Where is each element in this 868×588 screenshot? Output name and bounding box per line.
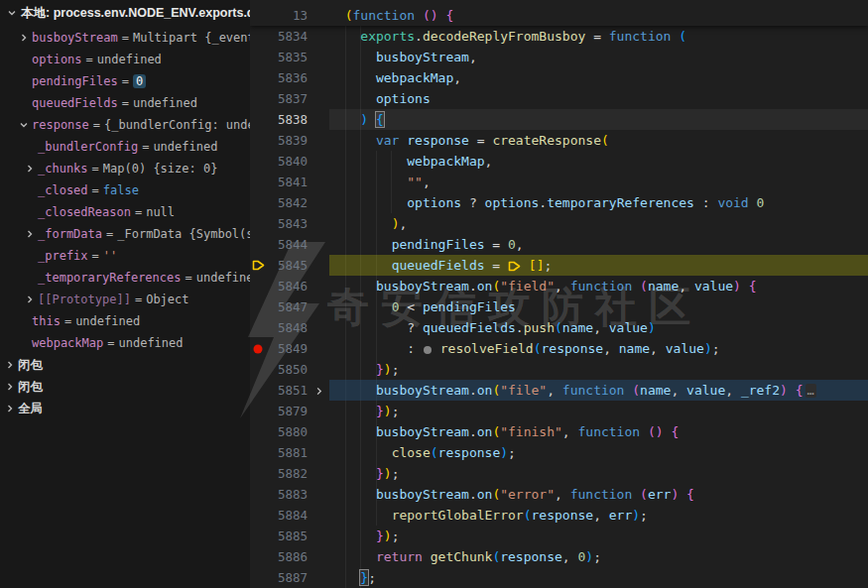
scope-row[interactable]: 闭包 <box>0 354 250 376</box>
breakpoint-margin[interactable] <box>250 567 266 588</box>
code-line[interactable]: 5836 webpackMap, <box>250 67 868 88</box>
breakpoint-margin[interactable] <box>250 359 266 380</box>
breakpoint-margin[interactable] <box>250 234 266 255</box>
code-line[interactable]: 5835 busboyStream, <box>250 47 868 67</box>
chevron-right-icon[interactable] <box>4 381 16 393</box>
breakpoint-margin[interactable] <box>250 421 266 442</box>
code-line-content[interactable]: return getChunk(response, 0); <box>329 546 868 567</box>
code-line-content[interactable]: busboyStream.on("error", function (err) … <box>329 484 868 505</box>
chevron-right-icon[interactable] <box>18 32 30 44</box>
variable-row[interactable]: busboyStream=Multipart {_events… <box>0 27 250 49</box>
variable-row[interactable]: [[Prototype]]=Object <box>0 289 250 310</box>
code-line[interactable]: 5838 ) { <box>250 109 868 130</box>
breakpoint-margin[interactable] <box>250 88 266 109</box>
code-line-content[interactable]: }; <box>329 567 868 588</box>
code-line[interactable]: 5883 busboyStream.on("error", function (… <box>250 484 868 505</box>
code-line[interactable]: 5884 reportGlobalError(response, err); <box>250 505 868 526</box>
code-line-content[interactable]: webpackMap, <box>329 151 868 172</box>
code-line[interactable]: 13 (function () { <box>250 5 868 26</box>
code-line-content[interactable]: reportGlobalError(response, err); <box>329 505 868 526</box>
code-line[interactable]: 5839 var response = createResponse( <box>250 130 868 151</box>
code-line[interactable]: 5834 exports.decodeReplyFromBusboy = fun… <box>250 26 868 47</box>
chevron-right-icon[interactable] <box>24 294 36 305</box>
breakpoint-margin[interactable] <box>250 5 266 26</box>
code-line[interactable]: 5848 ? queuedFields.push(name, value) <box>250 317 868 338</box>
breakpoint-margin[interactable] <box>250 47 266 67</box>
scope-row[interactable]: 全局 <box>0 398 250 419</box>
code-line-content[interactable]: 0 < pendingFiles <box>329 296 868 317</box>
variable-row[interactable]: this=undefined <box>0 310 250 332</box>
code-line[interactable]: 5842 options ? options.temporaryReferenc… <box>250 192 868 213</box>
variable-row[interactable]: pendingFiles=0 <box>0 70 250 92</box>
code-line[interactable]: 5849 : resolveField(response, name, valu… <box>250 338 868 359</box>
breakpoint-margin[interactable] <box>250 192 266 213</box>
code-line[interactable]: 5843 ), <box>250 213 868 234</box>
breakpoint-icon[interactable] <box>250 338 266 359</box>
code-line-content[interactable]: close(response); <box>329 442 868 463</box>
code-line[interactable]: 5837 options <box>250 88 868 109</box>
scope-row[interactable]: 闭包 <box>0 376 250 398</box>
code-line[interactable]: 5879 }); <box>250 401 868 421</box>
breakpoint-margin[interactable] <box>250 109 266 130</box>
breakpoint-margin[interactable] <box>250 317 266 338</box>
variable-row[interactable]: queuedFields=undefined <box>0 92 250 114</box>
code-line-content[interactable]: busboyStream, <box>329 47 868 67</box>
variable-row[interactable]: options=undefined <box>0 49 250 70</box>
code-line-content[interactable]: exports.decodeReplyFromBusboy = function… <box>329 26 868 47</box>
code-line[interactable]: 5881 close(response); <box>250 442 868 463</box>
breakpoint-margin[interactable] <box>250 463 266 484</box>
breakpoint-margin[interactable] <box>250 401 266 421</box>
current-line-arrow-icon[interactable] <box>250 255 266 276</box>
code-line[interactable]: 5880 busboyStream.on("finish", function … <box>250 421 868 442</box>
code-line[interactable]: 5886 return getChunk(response, 0); <box>250 546 868 567</box>
variable-row[interactable]: _bundlerConfig=undefined <box>0 136 250 158</box>
code-line[interactable]: 5845 queuedFields = []; <box>250 255 868 276</box>
breakpoint-margin[interactable] <box>250 380 266 401</box>
chevron-right-icon[interactable] <box>24 163 36 175</box>
breakpoint-margin[interactable] <box>250 67 266 88</box>
variable-row[interactable]: response={_bundlerConfig: undef… <box>0 114 250 136</box>
code-line-content[interactable]: options ? options.temporaryReferences : … <box>329 192 868 213</box>
code-line-content[interactable]: pendingFiles = 0, <box>329 234 868 255</box>
code-line[interactable]: 5850 }); <box>250 359 868 380</box>
sticky-scroll[interactable]: 13 (function () { <box>250 0 868 26</box>
code-line[interactable]: 5887 }; <box>250 567 868 588</box>
code-line[interactable]: 5844 pendingFiles = 0, <box>250 234 868 255</box>
code-line-content[interactable]: options <box>329 88 868 109</box>
code-line-content[interactable]: ), <box>329 213 868 234</box>
chevron-right-icon[interactable] <box>24 228 36 240</box>
chevron-down-icon[interactable] <box>6 7 18 19</box>
variable-row[interactable]: _chunks=Map(0) {size: 0} <box>0 158 250 179</box>
code-line[interactable]: 5882 }); <box>250 463 868 484</box>
code-line[interactable]: 5885 }); <box>250 526 868 546</box>
code-line[interactable]: 5847 0 < pendingFiles <box>250 296 868 317</box>
variable-row[interactable]: _closed=false <box>0 179 250 201</box>
chevron-right-icon[interactable] <box>4 403 16 414</box>
breakpoint-margin[interactable] <box>250 26 266 47</box>
code-line-content[interactable]: var response = createResponse( <box>329 130 868 151</box>
code-editor[interactable]: 5834 exports.decodeReplyFromBusboy = fun… <box>250 0 868 588</box>
fold-chevron-icon[interactable] <box>308 380 329 401</box>
breakpoint-margin[interactable] <box>250 276 266 296</box>
code-line[interactable]: 5840 webpackMap, <box>250 151 868 172</box>
breakpoint-margin[interactable] <box>250 151 266 172</box>
breakpoint-margin[interactable] <box>250 526 266 546</box>
variable-row[interactable]: _closedReason=null <box>0 201 250 223</box>
code-line-content[interactable]: busboyStream.on("field", function (name,… <box>329 276 868 296</box>
breakpoint-margin[interactable] <box>250 296 266 317</box>
code-line-content[interactable]: }); <box>329 359 868 380</box>
breakpoint-margin[interactable] <box>250 130 266 151</box>
variables-scope-header[interactable]: 本地: process.env.NODE_ENV.exports.deco <box>0 0 250 26</box>
variable-row[interactable]: _formData=_FormData {Symbol(st… <box>0 223 250 245</box>
code-line-content[interactable]: }); <box>329 401 868 421</box>
variable-row[interactable]: _temporaryReferences=undefined <box>0 267 250 289</box>
code-line-content[interactable]: ? queuedFields.push(name, value) <box>329 317 868 338</box>
code-line-content[interactable]: }); <box>329 463 868 484</box>
chevron-down-icon[interactable] <box>18 119 30 131</box>
code-line-content[interactable]: ) { <box>329 109 868 130</box>
variable-row[interactable]: webpackMap=undefined <box>0 332 250 354</box>
code-line-content[interactable]: "", <box>329 172 868 192</box>
breakpoint-margin[interactable] <box>250 172 266 192</box>
chevron-right-icon[interactable] <box>4 359 16 371</box>
code-line-content[interactable]: queuedFields = []; <box>329 255 868 276</box>
